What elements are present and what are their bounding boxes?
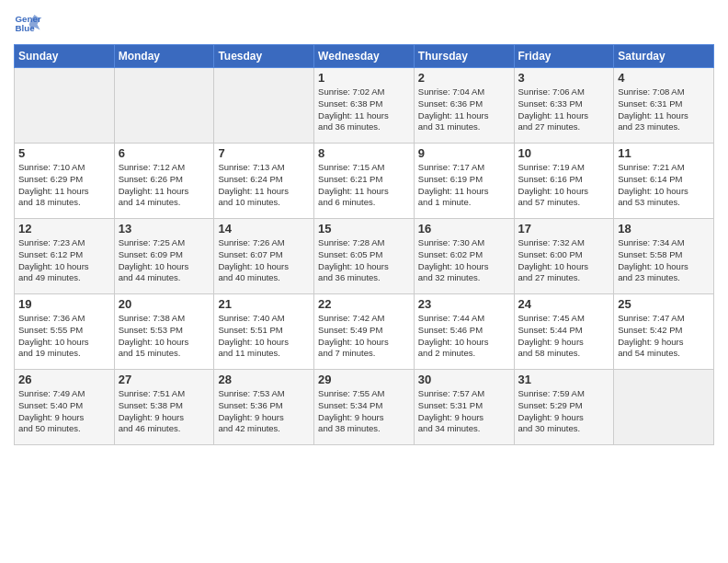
day-info-line: Sunset: 5:38 PM: [119, 400, 210, 412]
day-number: 27: [119, 373, 210, 386]
calendar-cell: 8Sunrise: 7:15 AMSunset: 6:21 PMDaylight…: [314, 144, 415, 219]
calendar-table: SundayMondayTuesdayWednesdayThursdayFrid…: [14, 44, 714, 445]
day-number: 23: [418, 297, 510, 311]
day-number: 25: [618, 297, 710, 311]
calendar-cell: 15Sunrise: 7:28 AMSunset: 6:05 PMDayligh…: [314, 219, 415, 294]
day-number: 26: [18, 373, 110, 386]
day-info-line: Sunset: 6:16 PM: [518, 174, 610, 186]
day-header-sunday: Sunday: [15, 45, 115, 68]
day-info-line: and 27 minutes.: [518, 272, 610, 284]
day-info-line: Daylight: 9 hours: [518, 412, 610, 424]
day-info-line: Sunrise: 7:23 AM: [18, 237, 110, 249]
day-info-line: Sunset: 6:05 PM: [318, 249, 410, 261]
day-info-line: Daylight: 10 hours: [18, 337, 110, 349]
day-info-line: and 31 minutes.: [418, 121, 510, 133]
day-info-line: Daylight: 11 hours: [318, 110, 410, 122]
day-info-line: Sunrise: 7:04 AM: [418, 86, 510, 98]
day-info-line: Sunset: 6:12 PM: [18, 249, 110, 261]
day-info-line: Daylight: 10 hours: [18, 261, 110, 273]
day-info-line: Daylight: 10 hours: [218, 261, 310, 273]
day-number: 8: [318, 146, 410, 160]
day-info-line: Sunset: 5:46 PM: [418, 325, 510, 337]
day-info-line: Sunset: 5:34 PM: [318, 400, 410, 412]
day-header-friday: Friday: [514, 45, 614, 68]
day-info-line: Sunset: 6:00 PM: [518, 249, 610, 261]
day-info-line: Sunrise: 7:55 AM: [318, 388, 410, 400]
day-info-line: Daylight: 11 hours: [18, 186, 110, 198]
day-number: 28: [218, 373, 310, 386]
day-info-line: Sunset: 5:29 PM: [518, 400, 610, 412]
day-info-line: Sunrise: 7:12 AM: [119, 162, 210, 174]
day-info-line: Daylight: 10 hours: [119, 261, 210, 273]
day-info-line: Daylight: 11 hours: [618, 110, 710, 122]
day-info-line: Sunset: 5:55 PM: [18, 325, 110, 337]
calendar-week-row: 26Sunrise: 7:49 AMSunset: 5:40 PMDayligh…: [15, 370, 714, 445]
calendar-week-row: 12Sunrise: 7:23 AMSunset: 6:12 PMDayligh…: [15, 219, 714, 294]
day-header-thursday: Thursday: [414, 45, 514, 68]
day-info-line: Sunset: 5:36 PM: [218, 400, 310, 412]
day-info-line: Daylight: 11 hours: [418, 110, 510, 122]
day-number: 9: [418, 146, 510, 160]
day-number: 5: [18, 146, 110, 160]
day-info-line: and 18 minutes.: [18, 197, 110, 209]
day-info-line: Sunset: 5:51 PM: [218, 325, 310, 337]
day-info-line: and 11 minutes.: [218, 348, 310, 360]
calendar-cell: 14Sunrise: 7:26 AMSunset: 6:07 PMDayligh…: [214, 219, 314, 294]
day-info-line: Daylight: 11 hours: [518, 110, 610, 122]
day-info-line: and 27 minutes.: [518, 121, 610, 133]
calendar-cell: 26Sunrise: 7:49 AMSunset: 5:40 PMDayligh…: [15, 370, 115, 445]
calendar-week-row: 1Sunrise: 7:02 AMSunset: 6:38 PMDaylight…: [15, 68, 714, 144]
calendar-cell: 7Sunrise: 7:13 AMSunset: 6:24 PMDaylight…: [214, 144, 314, 219]
day-info-line: Sunset: 6:09 PM: [119, 249, 210, 261]
day-info-line: Sunrise: 7:02 AM: [318, 86, 410, 98]
day-info-line: Sunrise: 7:57 AM: [418, 388, 510, 400]
day-info-line: and 6 minutes.: [318, 197, 410, 209]
day-info-line: Sunrise: 7:06 AM: [518, 86, 610, 98]
day-info-line: Sunset: 6:14 PM: [618, 174, 710, 186]
day-info-line: Sunset: 6:19 PM: [418, 174, 510, 186]
day-info-line: and 14 minutes.: [119, 197, 210, 209]
day-info-line: Daylight: 10 hours: [119, 337, 210, 349]
day-info-line: Daylight: 10 hours: [318, 337, 410, 349]
day-number: 22: [318, 297, 410, 311]
calendar-week-row: 5Sunrise: 7:10 AMSunset: 6:29 PMDaylight…: [15, 144, 714, 219]
day-info-line: Sunrise: 7:59 AM: [518, 388, 610, 400]
day-info-line: Daylight: 9 hours: [119, 412, 210, 424]
day-info-line: Sunrise: 7:26 AM: [218, 237, 310, 249]
day-number: 13: [119, 222, 210, 236]
calendar-cell: 22Sunrise: 7:42 AMSunset: 5:49 PMDayligh…: [314, 294, 415, 370]
calendar-cell: 27Sunrise: 7:51 AMSunset: 5:38 PMDayligh…: [114, 370, 214, 445]
day-info-line: Sunset: 5:49 PM: [318, 325, 410, 337]
day-info-line: and 15 minutes.: [119, 348, 210, 360]
day-info-line: Sunrise: 7:25 AM: [119, 237, 210, 249]
calendar-cell: 18Sunrise: 7:34 AMSunset: 5:58 PMDayligh…: [614, 219, 714, 294]
main-container: General Blue SundayMondayTuesdayWednesda…: [0, 0, 728, 454]
day-info-line: Sunset: 5:53 PM: [119, 325, 210, 337]
calendar-week-row: 19Sunrise: 7:36 AMSunset: 5:55 PMDayligh…: [15, 294, 714, 370]
day-info-line: Sunrise: 7:53 AM: [218, 388, 310, 400]
day-info-line: Sunrise: 7:51 AM: [119, 388, 210, 400]
day-header-wednesday: Wednesday: [314, 45, 415, 68]
calendar-cell: 19Sunrise: 7:36 AMSunset: 5:55 PMDayligh…: [15, 294, 115, 370]
day-info-line: Sunrise: 7:45 AM: [518, 313, 610, 325]
day-info-line: Sunrise: 7:10 AM: [18, 162, 110, 174]
day-info-line: Sunset: 6:31 PM: [618, 98, 710, 110]
day-info-line: Daylight: 10 hours: [518, 261, 610, 273]
day-info-line: and 19 minutes.: [18, 348, 110, 360]
day-info-line: Sunrise: 7:42 AM: [318, 313, 410, 325]
day-info-line: Sunrise: 7:49 AM: [18, 388, 110, 400]
day-info-line: Daylight: 10 hours: [518, 186, 610, 198]
day-info-line: Daylight: 10 hours: [418, 261, 510, 273]
day-info-line: Daylight: 11 hours: [119, 186, 210, 198]
calendar-cell: 29Sunrise: 7:55 AMSunset: 5:34 PMDayligh…: [314, 370, 415, 445]
day-number: 3: [518, 71, 610, 85]
logo: General Blue: [14, 9, 45, 37]
day-info-line: Daylight: 9 hours: [618, 337, 710, 349]
day-info-line: and 44 minutes.: [119, 272, 210, 284]
day-number: 21: [218, 297, 310, 311]
calendar-cell: [114, 68, 214, 144]
day-info-line: and 7 minutes.: [318, 348, 410, 360]
day-info-line: Sunrise: 7:44 AM: [418, 313, 510, 325]
calendar-cell: 30Sunrise: 7:57 AMSunset: 5:31 PMDayligh…: [414, 370, 514, 445]
day-info-line: Sunset: 6:29 PM: [18, 174, 110, 186]
